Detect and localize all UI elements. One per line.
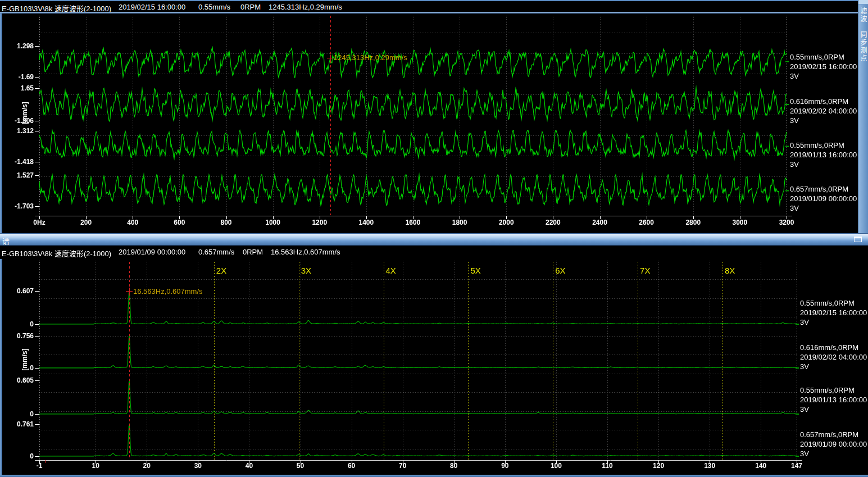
trace-info-label: 2019/01/13 16:00:00 (800, 395, 867, 405)
header-separator (0, 12, 858, 13)
harmonic-label: 7X (640, 266, 650, 275)
harmonic-label: 5X (470, 266, 480, 275)
x-tick-label: 70 (399, 462, 406, 470)
x-tick-label: 10 (92, 462, 99, 470)
y-axis-label: 0.605 (17, 376, 34, 384)
toolbar-cap (858, 0, 868, 4)
trace-info-label: 0.616mm/s,0RPM (800, 343, 858, 352)
spectrum-header-title: E-GB103\3V\8k 速度波形(2-1000) (2, 248, 111, 258)
x-tick-label: 40 (246, 462, 253, 470)
spectrum-tab-label: 谱 (2, 235, 10, 246)
trace-info-label: 3V (800, 317, 809, 327)
trace-info-label: 2019/02/15 16:00:00 (790, 62, 857, 71)
y-axis-label: 0 (30, 320, 34, 328)
x-tick-label: -1 (37, 462, 43, 470)
restore-icon[interactable] (854, 237, 862, 242)
x-tick-label: 1800 (452, 219, 467, 226)
trace-info-label: 2019/01/13 16:00:00 (790, 150, 857, 160)
vibration-analysis-window: E-GB103\3V\8k 速度波形(2-1000) 2019/02/15 16… (0, 0, 868, 477)
x-tick-label: 100 (551, 462, 562, 470)
trace-info-label: 0.657mm/s,0RPM (790, 184, 848, 194)
spectrum-header-rpm: 0RPM (243, 248, 263, 256)
x-tick-label: 400 (127, 219, 138, 226)
trace-info-label: 3V (790, 203, 799, 213)
trace-info-label: 0.657mm/s,0RPM (800, 430, 858, 439)
x-tick-label: 2800 (685, 219, 701, 226)
window-border (0, 0, 868, 1)
y-axis-label: -1.306 (15, 117, 34, 125)
harmonic-label: 8X (725, 266, 735, 275)
y-axis-label: -1.69 (19, 73, 34, 81)
y-axis-label: 0 (30, 452, 34, 460)
trace-info-label: 3V (790, 71, 799, 81)
x-tick-label: 2000 (499, 219, 514, 226)
trace-info-label: 3V (800, 362, 809, 371)
trace-info-label: 0.55mm/s,0RPM (800, 385, 855, 395)
trace-info-label: 2019/01/09 00:00:00 (790, 194, 857, 203)
x-tick-label: 1000 (265, 219, 280, 226)
x-tick-label: 20 (143, 462, 151, 470)
x-tick-label: 1200 (312, 219, 327, 226)
x-tick-label: 1600 (406, 219, 421, 226)
x-tick-label: 3000 (733, 219, 748, 226)
window-border (0, 259, 2, 475)
trace-info-label: 2019/02/02 04:00:00 (790, 106, 857, 116)
waveform-header-amplitude: 0.55mm/s (198, 3, 230, 11)
y-axis-label: 1.298 (17, 42, 34, 50)
harmonic-label: 6X (555, 266, 565, 275)
y-unit-label: [mm/s] (21, 348, 29, 370)
x-tick-label: 600 (174, 219, 185, 226)
cursor-annotation: 1245.313Hz,0.29mm/s (334, 53, 407, 62)
y-axis-label: 0 (30, 410, 34, 418)
y-axis-label: 0.607 (17, 287, 34, 295)
x-tick-label: 800 (220, 219, 231, 226)
filter-button[interactable]: 滤波 (858, 7, 868, 23)
y-axis-label: 1.527 (17, 171, 34, 179)
y-axis-label: -1.703 (15, 202, 34, 210)
y-axis-label: -1.418 (15, 158, 34, 166)
trace-info-label: 3V (800, 449, 809, 458)
trace-info-label: 0.55mm/s,0RPM (790, 140, 844, 150)
x-tick-label: 200 (80, 219, 92, 226)
harmonic-label: 3X (301, 266, 311, 275)
spectrum-header-amplitude: 0.657mm/s (198, 248, 234, 256)
harmonic-label: 2X (216, 266, 226, 275)
waveform-header-rpm: 0RPM (240, 3, 261, 11)
spectrum-header-cursor-readout: 16.563Hz,0.607mm/s (271, 248, 340, 256)
cursor-annotation: 16.563Hz,0.607mm/s (133, 287, 203, 296)
window-border (0, 13, 2, 233)
trace-info-label: 0.55mm/s,0RPM (790, 52, 844, 62)
x-tick-label: 3200 (779, 219, 794, 226)
x-tick-label: 2400 (592, 219, 607, 226)
trace-info-label: 2019/01/09 00:00:00 (800, 439, 867, 449)
y-axis-label: 1.65 (21, 84, 34, 92)
window-border (0, 475, 868, 477)
x-tick-label: 130 (704, 462, 715, 470)
spectrum-header-datetime: 2019/01/09 00:00:00 (119, 248, 185, 256)
trace-info-label: 3V (790, 116, 799, 125)
x-tick-label: 90 (501, 462, 508, 470)
waveform-panel-header: E-GB103\3V\8k 速度波形(2-1000) 2019/02/15 16… (0, 1, 858, 12)
x-tick-label: 2600 (639, 219, 654, 226)
x-tick-label: 110 (602, 462, 612, 470)
spectrum-panel-header: E-GB103\3V\8k 速度波形(2-1000) 2019/01/09 00… (0, 246, 868, 257)
y-axis-label: 1.312 (17, 127, 34, 135)
trace-info-label: 3V (800, 405, 809, 414)
waveform-header-cursor-readout: 1245.313Hz,0.29mm/s (269, 3, 342, 11)
right-toolbar: 滤波 同步测点 (858, 0, 868, 233)
y-axis-label: 0.761 (17, 420, 34, 428)
y-axis-label: 0.756 (17, 332, 34, 340)
x-tick-label: 50 (297, 462, 304, 470)
trace-info-label: 2019/02/02 04:00:00 (800, 352, 867, 362)
sync-points-button[interactable]: 同步测点 (858, 31, 868, 62)
x-tick-label: 30 (194, 462, 202, 470)
x-tick-label: 140 (755, 462, 766, 470)
x-tick-label: 147 (791, 462, 802, 470)
x-tick-label: 1400 (359, 219, 374, 226)
y-axis-label: 0 (30, 364, 34, 372)
x-tick-label: 80 (450, 462, 457, 470)
panel-splitter[interactable]: 谱 (0, 233, 868, 246)
x-tick-label: 60 (348, 462, 355, 470)
x-tick-label: 120 (653, 462, 664, 470)
harmonic-label: 4X (386, 266, 396, 275)
